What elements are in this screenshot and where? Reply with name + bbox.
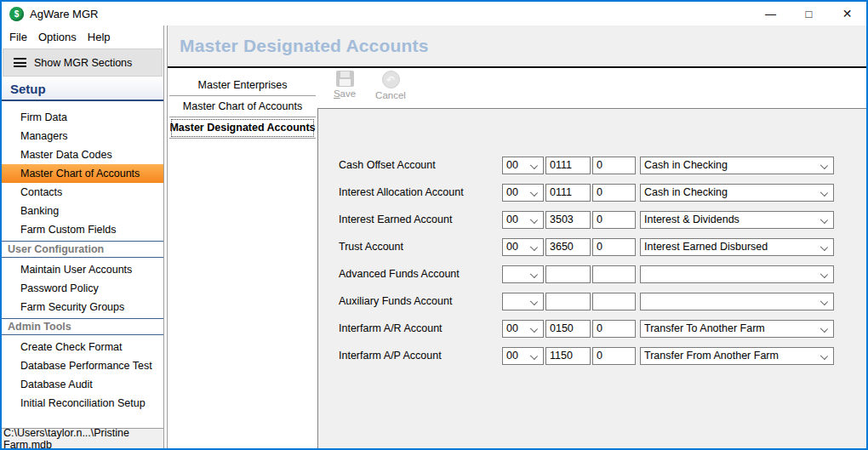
- department-combo[interactable]: 00: [502, 238, 544, 256]
- show-mgr-sections-button[interactable]: Show MGR Sections: [3, 48, 163, 77]
- account-description-combo[interactable]: Transfer To Another Farm: [640, 320, 834, 338]
- field-label: Auxiliary Funds Account: [339, 295, 502, 307]
- chevron-down-icon: [530, 297, 538, 305]
- department-combo[interactable]: [502, 265, 544, 283]
- sub-account-input[interactable]: [592, 211, 636, 229]
- account-description-value: Cash in Checking: [644, 159, 728, 171]
- sidebar-nav-node[interactable]: Initial Reconciliation Setup: [2, 394, 163, 413]
- sidebar-nav-node[interactable]: Database Performance Test: [2, 356, 163, 375]
- field-label: Interfarm A/P Account: [339, 350, 502, 362]
- account-description-value: Transfer To Another Farm: [644, 322, 765, 334]
- chevron-down-icon: [820, 270, 828, 277]
- chevron-down-icon: [530, 351, 538, 359]
- sub-account-input[interactable]: [592, 238, 636, 256]
- hamburger-icon: [14, 58, 26, 67]
- chevron-down-icon: [820, 324, 828, 332]
- sub-account-input[interactable]: [592, 265, 636, 283]
- tab-item[interactable]: Master Chart of Accounts: [169, 96, 316, 117]
- sub-account-input[interactable]: [592, 347, 636, 365]
- sidebar-nav-node[interactable]: Database Audit: [2, 375, 163, 394]
- account-description-combo[interactable]: [640, 265, 834, 283]
- sub-account-input[interactable]: [592, 157, 636, 174]
- account-description-combo[interactable]: Interest Earned Disbursed: [640, 238, 834, 256]
- chevron-down-icon: [530, 242, 538, 250]
- tab-item[interactable]: Master Enterprises: [169, 75, 316, 96]
- form-row: Advanced Funds Account: [339, 265, 866, 283]
- maximize-button[interactable]: □: [790, 2, 828, 26]
- sidebar-nav-node[interactable]: Maintain User Accounts: [2, 260, 163, 279]
- department-combo[interactable]: 00: [502, 320, 544, 338]
- sidebar-nav-node[interactable]: Create Check Format: [2, 338, 163, 356]
- save-floppy-icon: [336, 71, 354, 87]
- sidebar-nav-node[interactable]: Admin Tools: [2, 318, 163, 335]
- department-value: 00: [506, 350, 518, 362]
- menu-item[interactable]: File: [9, 31, 27, 43]
- close-button[interactable]: ✕: [828, 2, 866, 26]
- cancel-button[interactable]: ↶ Cancel: [372, 71, 409, 100]
- sidebar-nav-node[interactable]: Farm Custom Fields: [2, 220, 163, 239]
- window-controls: — □ ✕: [751, 2, 866, 26]
- account-number-input[interactable]: [545, 238, 591, 256]
- sidebar-nav-node[interactable]: Password Policy: [2, 279, 163, 298]
- account-description-combo[interactable]: [640, 293, 834, 310]
- account-number-input[interactable]: [545, 211, 591, 229]
- sidebar-nav-node[interactable]: Farm Security Groups: [2, 298, 163, 316]
- chevron-down-icon: [820, 161, 828, 168]
- sidebar-nav-node[interactable]: Setup: [2, 78, 163, 101]
- account-number-input[interactable]: [545, 320, 591, 338]
- form-row: Interest Earned Account 00 Interest & Di…: [339, 210, 866, 229]
- save-label: Save: [334, 88, 356, 99]
- field-label: Interest Allocation Account: [339, 186, 502, 198]
- window-title: AgWare MGR: [30, 8, 98, 20]
- status-bar: C:\Users\taylor.n...\Pristine Farm.mdb: [2, 428, 163, 448]
- account-description-combo[interactable]: Transfer From Another Farm: [640, 347, 834, 365]
- sub-account-input[interactable]: [592, 293, 636, 310]
- chevron-down-icon: [820, 242, 828, 250]
- account-number-input[interactable]: [545, 293, 591, 310]
- chevron-down-icon: [820, 215, 828, 223]
- account-description-combo[interactable]: Interest & Dividends: [640, 211, 834, 229]
- menu-bar: File Options Help: [2, 26, 163, 48]
- account-description-value: Cash in Checking: [644, 186, 728, 198]
- chevron-down-icon: [820, 188, 828, 196]
- sub-account-input[interactable]: [592, 184, 636, 202]
- sidebar-nav-node[interactable]: Managers: [2, 127, 163, 145]
- sidebar-nav-node[interactable]: Master Chart of Accounts: [2, 164, 163, 183]
- chevron-down-icon: [530, 188, 538, 196]
- menu-item[interactable]: Options: [38, 31, 77, 43]
- chevron-down-icon: [820, 297, 828, 305]
- minimize-button[interactable]: —: [751, 2, 790, 26]
- account-description-value: Transfer From Another Farm: [644, 350, 779, 362]
- department-combo[interactable]: 00: [502, 184, 544, 202]
- account-number-input[interactable]: [545, 157, 591, 174]
- field-label: Interest Earned Account: [339, 214, 502, 225]
- menu-item[interactable]: Help: [88, 31, 111, 43]
- form-row: Trust Account 00 Interest Earned Disburs…: [339, 237, 866, 256]
- sidebar-nav-node[interactable]: Contacts: [2, 183, 163, 202]
- sidebar-nav-node[interactable]: User Configuration: [2, 241, 163, 258]
- department-value: 00: [506, 186, 518, 198]
- department-combo[interactable]: [502, 293, 544, 310]
- toolbar: Save ↶ Cancel: [317, 68, 866, 108]
- sidebar-nav: Setup Firm Data Managers Master Data Cod…: [2, 78, 163, 428]
- save-button[interactable]: Save: [326, 71, 363, 99]
- department-combo[interactable]: 00: [502, 347, 544, 365]
- tab-item[interactable]: Master Designated Accounts: [169, 117, 316, 139]
- designated-accounts-form: Cash Offset Account 00 Cash in Checking: [317, 108, 866, 448]
- form-row: Interest Allocation Account 00 Cash in C…: [339, 183, 866, 202]
- sidebar-nav-node[interactable]: Banking: [2, 202, 163, 220]
- account-number-input[interactable]: [545, 265, 591, 283]
- page-title: Master Designated Accounts: [180, 36, 429, 56]
- department-combo[interactable]: 00: [502, 211, 544, 229]
- app-logo-icon: $: [9, 7, 24, 21]
- chevron-down-icon: [530, 215, 538, 223]
- show-mgr-sections-label: Show MGR Sections: [34, 57, 132, 69]
- account-description-combo[interactable]: Cash in Checking: [640, 157, 834, 174]
- account-number-input[interactable]: [545, 184, 591, 202]
- sidebar-nav-node[interactable]: Firm Data: [2, 108, 163, 127]
- account-number-input[interactable]: [545, 347, 591, 365]
- department-combo[interactable]: 00: [502, 157, 544, 174]
- sub-account-input[interactable]: [592, 320, 636, 338]
- account-description-combo[interactable]: Cash in Checking: [640, 184, 834, 202]
- sidebar-nav-node[interactable]: Master Data Codes: [2, 145, 163, 164]
